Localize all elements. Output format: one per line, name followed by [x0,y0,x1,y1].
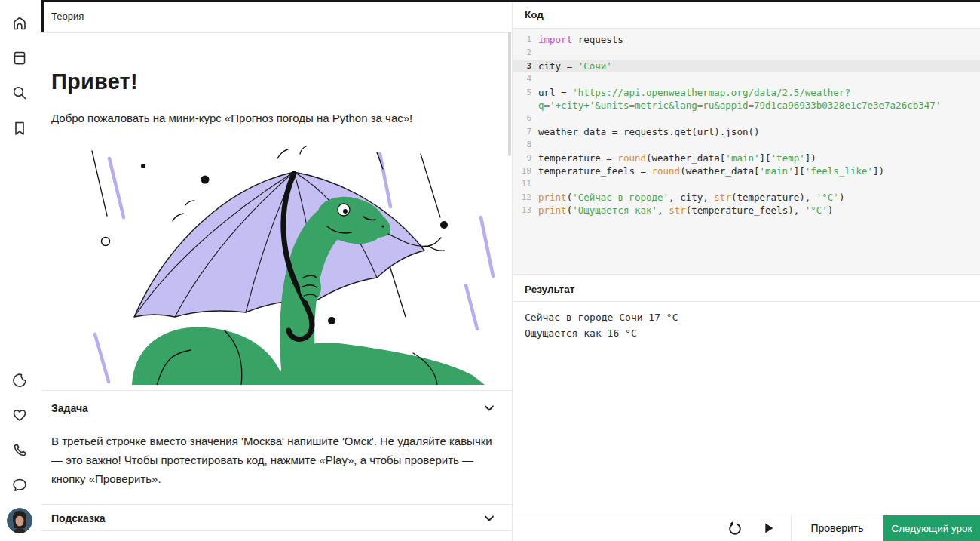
book-icon[interactable] [9,48,30,69]
code-line: 3city = 'Сочи' [513,60,980,72]
chat-icon[interactable] [9,475,30,496]
theory-tab[interactable]: Теория [41,0,512,33]
phone-icon[interactable] [9,440,30,461]
task-text: В третьей строчке вместо значения 'Москв… [51,432,499,488]
next-lesson-button[interactable]: Следующий урок [883,515,980,541]
task-label: Задача [51,402,88,414]
top-border [41,0,980,2]
play-icon[interactable] [759,519,777,537]
code-editor[interactable]: 1import requests23city = 'Сочи'45url = '… [513,29,980,274]
page-title: Привет! [51,69,138,94]
hint-label: Подсказка [51,512,106,524]
code-line: 8 [517,138,975,151]
result-line: Ощущается как 16 °C [525,325,678,341]
code-line: 1import requests [517,33,975,46]
code-header-label: Код [525,9,544,20]
editor-toolbar: Проверить Следующий урок [513,515,980,541]
code-line: 5url = 'https://api.openweathermap.org/d… [517,86,975,112]
active-tab-indicator [41,2,44,32]
code-line: 10temperature_feels = round(weather_data… [517,164,975,177]
intro-text: Добро пожаловать на мини-курс «Прогноз п… [51,112,412,124]
home-icon[interactable] [9,13,30,34]
reset-icon[interactable] [726,519,744,537]
bookmark-icon[interactable] [9,118,30,139]
dark-mode-moon-icon[interactable] [9,370,30,391]
chevron-down-icon[interactable] [483,512,495,527]
code-line: 11 [517,177,975,190]
result-output: Сейчас в городе Сочи 17 °CОщущается как … [525,309,678,341]
search-icon[interactable] [9,82,30,103]
code-line: 4 [517,72,975,85]
theory-scrollbar[interactable] [508,32,511,156]
code-line: 13print('Ощущается как', str(temperature… [517,204,975,217]
app-window: Теория Привет! Добро пожаловать на мини-… [0,0,980,541]
code-line: 9temperature = round(weather_data['main'… [517,152,975,164]
illustration-snake-umbrella [51,142,502,385]
result-header: Результат [513,274,980,302]
result-line: Сейчас в городе Сочи 17 °C [525,309,678,325]
sidebar [0,0,41,541]
code-line: 2 [517,46,975,59]
code-panel: Код 1import requests23city = 'Сочи'45url… [512,0,980,541]
theory-tab-label: Теория [51,11,84,22]
chevron-down-icon[interactable] [483,402,495,417]
theory-panel: Теория Привет! Добро пожаловать на мини-… [41,0,512,541]
result-header-label: Результат [525,284,574,295]
check-button[interactable]: Проверить [791,515,883,541]
code-line: 7weather_data = requests.get(url).json() [517,125,975,138]
code-line: 12print('Сейчас в городе', city, str(tem… [517,191,975,204]
hint-section-header[interactable]: Подсказка [41,504,512,531]
code-header: Код [513,0,980,29]
code-line: 6 [517,112,975,124]
task-section-header[interactable]: Задача [41,390,512,423]
heart-icon[interactable] [9,404,30,426]
avatar[interactable] [7,508,32,533]
